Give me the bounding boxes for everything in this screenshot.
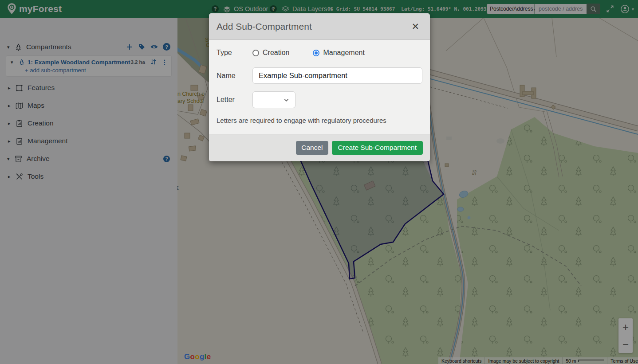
modal-footer: Cancel Create Sub-Compartment <box>209 134 430 161</box>
type-label: Type <box>217 49 252 57</box>
modal-header: Add Sub-Compartment ✕ <box>209 13 430 40</box>
create-sub-compartment-button[interactable]: Create Sub-Compartment <box>332 141 423 155</box>
radio-creation-label[interactable]: Creation <box>263 49 289 57</box>
radio-management-label[interactable]: Management <box>323 49 364 57</box>
close-icon[interactable]: ✕ <box>411 21 419 32</box>
app-root: n Church o ary School S C 50 Google Keyb… <box>0 0 638 364</box>
name-field[interactable] <box>252 67 422 84</box>
name-label: Name <box>217 72 252 80</box>
radio-management[interactable] <box>313 50 319 56</box>
cancel-button[interactable]: Cancel <box>296 141 328 155</box>
modal-body: Type Creation Management Name Letter <box>209 40 430 134</box>
letter-label: Letter <box>217 96 252 104</box>
radio-creation[interactable] <box>252 50 259 56</box>
letter-select[interactable] <box>252 91 295 108</box>
add-sub-compartment-modal: Add Sub-Compartment ✕ Type Creation Mana… <box>209 13 430 161</box>
chevron-down-icon <box>283 97 290 103</box>
modal-title: Add Sub-Compartment <box>217 21 312 32</box>
letter-helper-text: Letters are required to engage with regu… <box>217 117 422 124</box>
